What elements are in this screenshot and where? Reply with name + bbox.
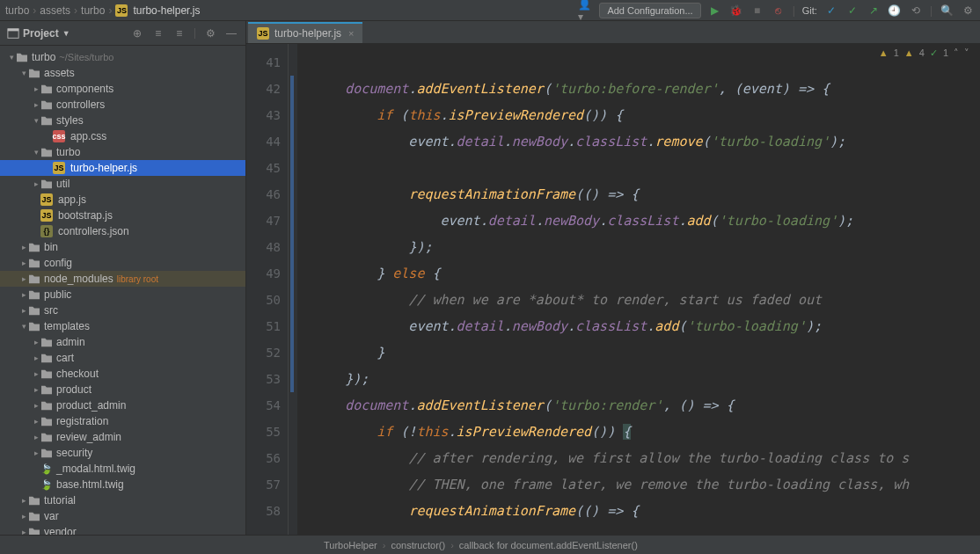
project-tree[interactable]: ▾turbo~/Sites/turbo▾assets▸components▸co… bbox=[0, 46, 245, 535]
tree-item[interactable]: ▸node_moduleslibrary root bbox=[0, 271, 245, 287]
crumb-seg[interactable]: TurboHelper bbox=[324, 540, 377, 550]
chevron-down-icon[interactable]: ˅ bbox=[964, 47, 969, 59]
breadcrumb-file[interactable]: turbo-helper.js bbox=[133, 4, 200, 17]
hide-icon[interactable]: — bbox=[224, 26, 238, 40]
tree-item[interactable]: ▾assets bbox=[0, 65, 245, 81]
tree-item[interactable]: ▸controllers bbox=[0, 97, 245, 113]
tree-item[interactable]: ▸vendor bbox=[0, 524, 245, 535]
editor-tab[interactable]: JS turbo-helper.js × bbox=[248, 22, 362, 43]
revert-icon[interactable]: ⟲ bbox=[909, 4, 923, 18]
line-number[interactable]: 42 bbox=[246, 76, 281, 102]
tree-item[interactable]: 🍃base.html.twig bbox=[0, 477, 245, 492]
tree-item[interactable]: {}controllers.json bbox=[0, 223, 245, 239]
tree-item[interactable]: ▸tutorial bbox=[0, 492, 245, 508]
line-number[interactable]: 53 bbox=[246, 366, 281, 392]
breadcrumb-seg[interactable]: turbo bbox=[5, 4, 29, 17]
line-number[interactable]: 55 bbox=[246, 419, 281, 445]
line-number[interactable]: 51 bbox=[246, 313, 281, 339]
tree-item[interactable]: ▾turbo~/Sites/turbo bbox=[0, 49, 245, 65]
tree-item[interactable]: ▸config bbox=[0, 255, 245, 271]
line-number-gutter[interactable]: 414243444546474849505152535455565758 bbox=[246, 44, 289, 535]
locate-icon[interactable]: ⊕ bbox=[130, 26, 144, 40]
tree-item[interactable]: ▸public bbox=[0, 287, 245, 303]
tree-item[interactable]: cssapp.css bbox=[0, 128, 245, 144]
tree-item[interactable]: ▸components bbox=[0, 81, 245, 97]
expand-icon[interactable]: ▸ bbox=[32, 100, 40, 109]
search-icon[interactable]: 🔍 bbox=[940, 4, 954, 18]
tree-item[interactable]: 🍃_modal.html.twig bbox=[0, 461, 245, 477]
line-number[interactable]: 41 bbox=[246, 49, 281, 76]
project-tool-button[interactable]: Project ▼ bbox=[7, 27, 70, 40]
tree-item[interactable]: ▾turbo bbox=[0, 144, 245, 160]
expand-icon[interactable]: ▸ bbox=[32, 401, 40, 410]
tree-item[interactable]: ▸src bbox=[0, 303, 245, 318]
line-number[interactable]: 45 bbox=[246, 155, 281, 181]
tree-item[interactable]: ▸product bbox=[0, 382, 245, 397]
stop-icon[interactable]: ■ bbox=[750, 4, 764, 18]
line-number[interactable]: 48 bbox=[246, 234, 281, 260]
line-number[interactable]: 49 bbox=[246, 260, 281, 287]
git-commit-icon[interactable]: ✓ bbox=[845, 4, 859, 18]
tree-item[interactable]: ▾styles bbox=[0, 113, 245, 128]
tree-item[interactable]: ▸admin bbox=[0, 334, 245, 350]
expand-icon[interactable]: ▸ bbox=[19, 274, 28, 283]
expand-icon[interactable]: ▸ bbox=[19, 290, 28, 299]
run-icon[interactable]: ▶ bbox=[708, 4, 722, 18]
history-icon[interactable]: 🕘 bbox=[888, 4, 902, 18]
expand-icon[interactable]: ▾ bbox=[32, 148, 40, 157]
tree-item[interactable]: JSapp.js bbox=[0, 192, 245, 208]
close-icon[interactable]: × bbox=[348, 28, 354, 39]
expand-icon[interactable]: ▸ bbox=[32, 354, 40, 362]
editor-body[interactable]: 414243444546474849505152535455565758 doc… bbox=[246, 44, 980, 535]
line-number[interactable]: 52 bbox=[246, 339, 281, 366]
run-config-dropdown[interactable]: Add Configuration... bbox=[599, 3, 700, 18]
breadcrumb-seg[interactable]: assets bbox=[40, 4, 70, 17]
vcs-gutter[interactable] bbox=[289, 44, 297, 535]
expand-icon[interactable]: ▸ bbox=[32, 448, 40, 457]
expand-icon[interactable]: ▸ bbox=[32, 369, 40, 378]
git-push-icon[interactable]: ↗ bbox=[867, 4, 881, 18]
tree-item[interactable]: ▸review_admin bbox=[0, 429, 245, 445]
settings-icon[interactable]: ⚙ bbox=[961, 4, 975, 18]
line-number[interactable]: 57 bbox=[246, 471, 281, 498]
expand-icon[interactable]: ▸ bbox=[32, 385, 40, 394]
breadcrumb-seg[interactable]: turbo bbox=[81, 4, 105, 17]
line-number[interactable]: 47 bbox=[246, 208, 281, 234]
expand-icon[interactable]: ▸ bbox=[19, 306, 28, 315]
tree-item[interactable]: ▾templates bbox=[0, 318, 245, 334]
chevron-up-icon[interactable]: ˄ bbox=[954, 47, 959, 59]
tree-item[interactable]: ▸util bbox=[0, 176, 245, 192]
tree-item[interactable]: ▸security bbox=[0, 445, 245, 461]
user-icon[interactable]: 👤▾ bbox=[578, 4, 592, 18]
tree-item[interactable]: ▸var bbox=[0, 508, 245, 524]
crumb-seg[interactable]: constructor() bbox=[391, 540, 445, 550]
debug-icon[interactable]: 🐞 bbox=[729, 4, 743, 18]
tree-item[interactable]: ▸product_admin bbox=[0, 397, 245, 413]
expand-icon[interactable]: ▾ bbox=[7, 53, 16, 62]
expand-icon[interactable]: ▸ bbox=[19, 243, 28, 251]
line-number[interactable]: 43 bbox=[246, 102, 281, 128]
tree-item[interactable]: JSbootstrap.js bbox=[0, 208, 245, 223]
expand-icon[interactable]: ▸ bbox=[32, 84, 40, 93]
git-update-icon[interactable]: ✓ bbox=[824, 4, 838, 18]
line-number[interactable]: 54 bbox=[246, 392, 281, 419]
expand-icon[interactable]: ▾ bbox=[19, 322, 28, 331]
gear-icon[interactable]: ⚙ bbox=[203, 26, 217, 40]
expand-icon[interactable]: ▾ bbox=[19, 69, 28, 77]
line-number[interactable]: 58 bbox=[246, 498, 281, 524]
tree-item[interactable]: JSturbo-helper.js bbox=[0, 160, 245, 176]
expand-icon[interactable]: ▸ bbox=[32, 417, 40, 426]
expand-icon[interactable]: ▸ bbox=[32, 179, 40, 188]
code-area[interactable]: document.addEventListener('turbo:before-… bbox=[297, 44, 980, 535]
expand-icon[interactable]: ▸ bbox=[19, 259, 28, 267]
tests-icon[interactable]: ⎋ bbox=[772, 4, 786, 18]
expand-icon[interactable]: ≡ bbox=[151, 26, 165, 40]
tree-item[interactable]: ▸bin bbox=[0, 239, 245, 255]
expand-icon[interactable]: ▸ bbox=[19, 496, 28, 505]
expand-icon[interactable]: ▸ bbox=[19, 528, 28, 535]
line-number[interactable]: 44 bbox=[246, 128, 281, 155]
structure-breadcrumb[interactable]: TurboHelper › constructor() › callback f… bbox=[324, 540, 638, 550]
expand-icon[interactable]: ▸ bbox=[19, 512, 28, 521]
expand-icon[interactable]: ▸ bbox=[32, 338, 40, 346]
line-number[interactable]: 50 bbox=[246, 287, 281, 313]
